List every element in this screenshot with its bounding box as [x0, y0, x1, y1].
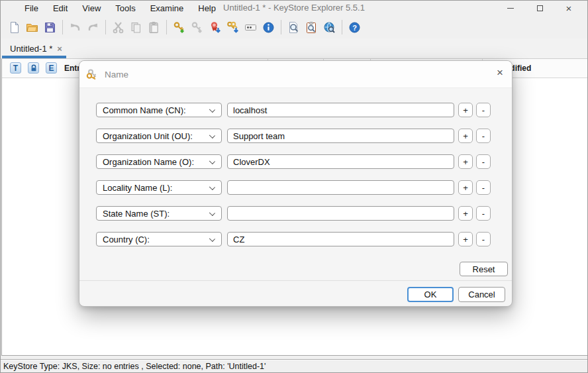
- add-attribute-button-1[interactable]: +: [458, 129, 473, 143]
- remove-attribute-button-3[interactable]: -: [476, 180, 491, 195]
- lock-icon: [30, 64, 38, 72]
- key-pair-icon: [85, 68, 99, 81]
- attribute-value-input-4[interactable]: [227, 206, 454, 221]
- toolbar: ?: [1, 16, 587, 38]
- expiry-status-icon[interactable]: E: [46, 62, 57, 74]
- menu-file[interactable]: File: [17, 2, 46, 15]
- new-file-button[interactable]: [5, 19, 23, 36]
- chevron-down-icon: [209, 158, 215, 164]
- attribute-type-select-2[interactable]: Organization Name (O):: [96, 154, 222, 169]
- examine-ssl-icon: [323, 21, 336, 34]
- attribute-type-select-1[interactable]: Organization Unit (OU):: [96, 129, 222, 143]
- remove-attribute-button-0[interactable]: -: [476, 103, 491, 117]
- cut-icon: [112, 21, 124, 34]
- tab-close-icon[interactable]: ×: [57, 44, 62, 53]
- properties-button[interactable]: [260, 19, 277, 36]
- import-key-pair-button[interactable]: [224, 19, 242, 36]
- ok-button[interactable]: OK: [407, 287, 454, 302]
- minimize-icon: [507, 8, 514, 9]
- examine-clipboard-button[interactable]: [303, 19, 320, 36]
- copy-icon: [130, 21, 142, 34]
- add-attribute-button-4[interactable]: +: [458, 206, 473, 221]
- paste-button[interactable]: [145, 19, 163, 36]
- attribute-value-input-1[interactable]: [227, 129, 454, 143]
- menu-tools[interactable]: Tools: [108, 2, 142, 15]
- menubar: File Edit View Tools Examine Help Untitl…: [1, 1, 587, 16]
- attribute-value-input-3[interactable]: [227, 180, 454, 195]
- attribute-type-label: Common Name (CN):: [103, 105, 186, 115]
- remove-attribute-button-4[interactable]: -: [476, 206, 491, 221]
- toolbar-separator: [166, 20, 167, 34]
- maximize-button[interactable]: [525, 1, 554, 16]
- copy-button[interactable]: [127, 19, 145, 36]
- import-trusted-certificate-icon: [209, 21, 221, 34]
- examine-clipboard-icon: [305, 21, 318, 34]
- tab-bar: Untitled-1 * ×: [1, 38, 587, 59]
- set-password-button[interactable]: [242, 19, 260, 36]
- help-button[interactable]: ?: [346, 19, 364, 36]
- attribute-type-label: Organization Unit (OU):: [103, 131, 193, 141]
- attribute-type-label: Locality Name (L):: [103, 183, 172, 193]
- remove-attribute-button-1[interactable]: -: [476, 129, 491, 143]
- svg-text:?: ?: [352, 23, 357, 31]
- help-icon: ?: [348, 21, 361, 34]
- generate-key-pair-icon: [173, 21, 185, 34]
- redo-icon: [87, 21, 99, 34]
- chevron-down-icon: [209, 210, 215, 216]
- remove-attribute-button-2[interactable]: -: [476, 154, 491, 169]
- open-file-button[interactable]: [23, 19, 41, 36]
- attribute-value-input-5[interactable]: [227, 232, 454, 246]
- examine-file-button[interactable]: [285, 19, 303, 36]
- generate-key-pair-button[interactable]: [170, 19, 188, 36]
- add-attribute-button-0[interactable]: +: [458, 103, 473, 117]
- examine-file-icon: [287, 21, 300, 34]
- remove-attribute-button-5[interactable]: -: [476, 232, 491, 246]
- entry-type-icon[interactable]: T: [10, 62, 21, 74]
- attribute-value-input-2[interactable]: [227, 154, 454, 169]
- examine-ssl-button[interactable]: [320, 19, 338, 36]
- window-title: Untitled-1 * - KeyStore Explorer 5.5.1: [223, 3, 365, 13]
- toolbar-separator: [342, 20, 342, 34]
- cut-button[interactable]: [109, 19, 127, 36]
- toolbar-separator: [281, 20, 281, 34]
- cancel-button[interactable]: Cancel: [458, 287, 505, 302]
- set-password-icon: [244, 21, 257, 34]
- add-attribute-button-3[interactable]: +: [458, 180, 473, 195]
- dialog-close-icon[interactable]: ×: [497, 67, 503, 78]
- import-trusted-certificate-button[interactable]: [206, 19, 224, 36]
- attribute-type-select-3[interactable]: Locality Name (L):: [96, 180, 222, 195]
- dialog-titlebar: Name ×: [79, 61, 512, 88]
- attribute-type-select-4[interactable]: State Name (ST):: [96, 206, 222, 221]
- lock-status-icon[interactable]: [28, 62, 39, 74]
- add-attribute-button-5[interactable]: +: [458, 232, 473, 246]
- maximize-icon: [537, 5, 543, 11]
- close-button[interactable]: ×: [554, 1, 583, 16]
- reset-button[interactable]: Reset: [460, 262, 508, 276]
- app-window: File Edit View Tools Examine Help Untitl…: [0, 0, 588, 373]
- attribute-type-label: State Name (ST):: [103, 209, 170, 219]
- redo-button[interactable]: [84, 19, 102, 36]
- minimize-button[interactable]: [496, 1, 525, 16]
- save-file-icon: [44, 21, 56, 34]
- attribute-type-label: Country (C):: [103, 235, 150, 244]
- menu-edit[interactable]: Edit: [46, 2, 75, 15]
- save-file-button[interactable]: [41, 19, 59, 36]
- chevron-down-icon: [209, 184, 215, 190]
- menu-view[interactable]: View: [75, 2, 108, 15]
- attribute-type-select-0[interactable]: Common Name (CN):: [96, 103, 222, 117]
- attribute-type-select-5[interactable]: Country (C):: [96, 232, 222, 246]
- attribute-type-label: Organization Name (O):: [103, 157, 194, 167]
- menu-examine[interactable]: Examine: [143, 2, 191, 15]
- toolbar-separator: [62, 20, 63, 34]
- import-key-pair-disabled-icon: [191, 21, 203, 34]
- attribute-value-input-0[interactable]: [227, 103, 454, 117]
- menu-help[interactable]: Help: [191, 2, 223, 15]
- toolbar-separator: [105, 20, 106, 34]
- undo-button[interactable]: [66, 19, 84, 36]
- active-tab-indicator: [2, 56, 66, 58]
- chevron-down-icon: [209, 133, 215, 138]
- new-file-icon: [8, 21, 21, 34]
- import-key-pair-disabled-button[interactable]: [188, 19, 206, 36]
- status-bar: KeyStore Type: JKS, Size: no entries , S…: [1, 359, 587, 373]
- add-attribute-button-2[interactable]: +: [458, 154, 473, 169]
